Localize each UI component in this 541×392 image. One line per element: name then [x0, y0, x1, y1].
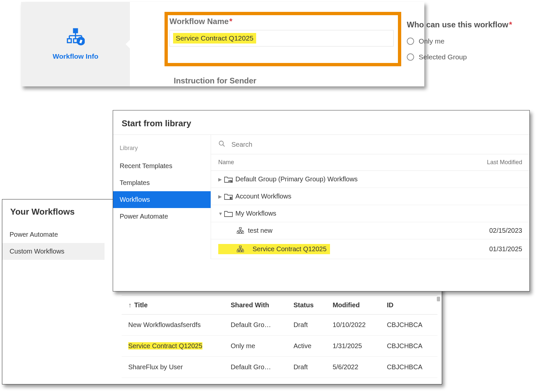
library-columns: Name Last Modified	[211, 154, 529, 171]
svg-rect-20	[237, 232, 239, 233]
svg-rect-13	[230, 197, 232, 199]
folder-account-workflows[interactable]: ▶ Account Workflows	[211, 188, 529, 205]
cell-title: ShareFlux by User	[128, 363, 183, 371]
svg-rect-0	[74, 29, 77, 33]
svg-rect-23	[239, 246, 241, 248]
folder-default-group[interactable]: ▶ Default Group (Primary Group) Workflow…	[211, 171, 529, 188]
svg-rect-14	[239, 227, 241, 229]
cell-modified: 10/10/2022	[326, 315, 380, 336]
radio-icon	[407, 38, 414, 45]
nav-workflows[interactable]: Workflows	[113, 191, 211, 208]
radio-selected-group[interactable]: Selected Group	[407, 53, 532, 61]
cell-id: CBJCHBCA	[380, 315, 437, 336]
svg-rect-22	[242, 232, 244, 233]
who-can-use: Who can use this workflow* Only me Selec…	[407, 20, 532, 61]
expand-icon[interactable]: ▶	[218, 177, 224, 182]
workflow-item[interactable]: test new 02/15/2023	[211, 222, 529, 239]
library-title: Start from library	[113, 110, 529, 135]
workflow-info-tab[interactable]: Workflow Info	[21, 2, 130, 86]
your-workflows-nav: Power Automate Custom Workflows	[2, 226, 105, 260]
library-panel: Start from library Library Recent Templa…	[113, 110, 530, 291]
workflow-tree-icon	[237, 227, 248, 234]
cell-id: CBJCHBCA	[380, 336, 437, 357]
cell-modified: 5/6/2022	[326, 357, 380, 378]
workflow-item[interactable]: Service Contract Q12025 01/31/2025	[211, 239, 529, 259]
cell-status: Draft	[287, 315, 326, 336]
nav-item-custom-workflows[interactable]: Custom Workflows	[2, 243, 105, 260]
cell-modified: 1/31/2025	[326, 336, 380, 357]
cell-title: Service Contract Q12025	[128, 342, 202, 349]
workflow-table-wrap: ↑Title Shared With Status Modified ID Ne…	[122, 295, 437, 378]
svg-point-9	[219, 141, 224, 145]
nav-power-automate[interactable]: Power Automate	[113, 208, 211, 225]
svg-rect-29	[237, 250, 239, 252]
search-input[interactable]	[231, 140, 522, 149]
nav-templates[interactable]: Templates	[113, 174, 211, 191]
cell-status: Draft	[287, 357, 326, 378]
svg-line-10	[223, 145, 225, 147]
search-field[interactable]	[211, 135, 529, 154]
required-star-icon: *	[509, 20, 512, 29]
col-name: Name	[218, 159, 487, 166]
cell-shared: Default Gro…	[224, 315, 287, 336]
sort-asc-icon: ↑	[128, 301, 132, 309]
nav-item-power-automate[interactable]: Power Automate	[2, 226, 105, 243]
collapse-icon[interactable]: ▼	[218, 211, 224, 216]
cell-shared: Only me	[224, 336, 287, 357]
radio-icon	[407, 53, 414, 61]
workflow-table: ↑Title Shared With Status Modified ID Ne…	[122, 295, 437, 378]
svg-rect-30	[239, 250, 241, 252]
library-nav: Library Recent Templates Templates Workf…	[113, 135, 211, 259]
cell-id: CBJCHBCA	[380, 357, 437, 378]
cell-shared: Default Gro…	[224, 357, 287, 378]
workflow-tree-icon	[237, 246, 248, 253]
svg-point-12	[228, 180, 231, 183]
library-nav-group: Library	[113, 145, 211, 152]
search-icon	[218, 140, 225, 149]
folder-icon	[224, 210, 235, 217]
nav-recent-templates[interactable]: Recent Templates	[113, 158, 211, 174]
workflow-info-tab-label: Workflow Info	[53, 52, 98, 60]
col-id[interactable]: ID	[380, 295, 437, 315]
scroll-indicator[interactable]	[437, 297, 440, 301]
workflow-info-panel: Workflow Info Workflow Name* Service Con…	[21, 2, 424, 86]
expand-icon[interactable]: ▶	[218, 194, 224, 199]
table-row[interactable]: New Workflowdasfserdfs Default Gro… Draf…	[122, 315, 437, 336]
col-modified[interactable]: Modified	[326, 295, 380, 315]
cell-status: Active	[287, 336, 326, 357]
cell-title: New Workflowdasfserdfs	[128, 321, 201, 328]
radio-only-me[interactable]: Only me	[407, 37, 532, 45]
col-status[interactable]: Status	[287, 295, 326, 315]
highlight-box	[165, 12, 401, 66]
svg-rect-21	[239, 232, 241, 233]
col-title[interactable]: ↑Title	[122, 295, 224, 315]
col-shared[interactable]: Shared With	[224, 295, 287, 315]
folder-group-icon	[224, 176, 235, 183]
folder-account-icon	[224, 193, 235, 200]
svg-rect-31	[242, 250, 244, 252]
folder-my-workflows[interactable]: ▼ My Workflows	[211, 205, 529, 222]
workflow-item-label: Service Contract Q12025	[253, 245, 327, 253]
library-list: Name Last Modified ▶ Default Group (Prim…	[211, 135, 529, 259]
table-row[interactable]: ShareFlux by User Default Gro… Draft 5/6…	[122, 357, 437, 378]
svg-rect-6	[68, 39, 72, 43]
workflow-info-icon	[66, 28, 85, 48]
instruction-label: Instruction for Sender	[174, 76, 256, 85]
who-label: Who can use this workflow*	[407, 20, 532, 29]
table-row[interactable]: Service Contract Q12025 Only me Active 1…	[122, 336, 437, 357]
col-last-modified: Last Modified	[487, 159, 522, 166]
